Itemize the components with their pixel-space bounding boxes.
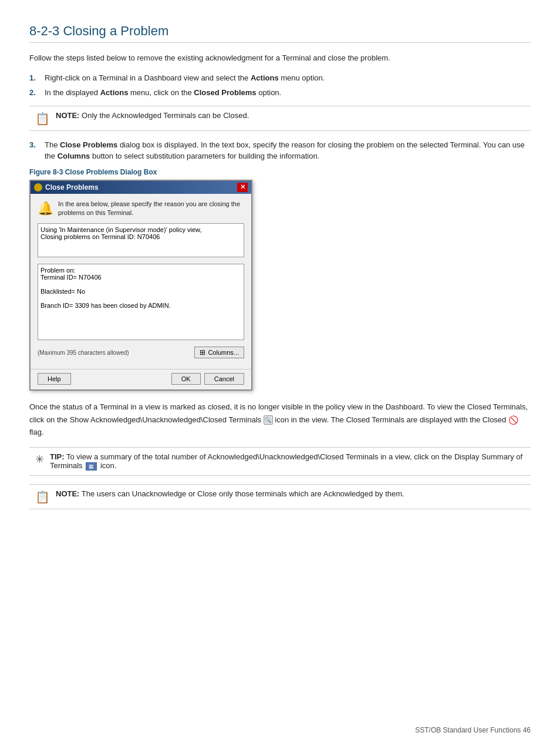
dialog-title-icon — [34, 183, 42, 191]
dialog-body: 🔔 In the area below, please specify the … — [31, 194, 251, 369]
dialog-textarea-bottom[interactable]: Problem on: Terminal ID= N70406 Blacklis… — [38, 264, 244, 340]
dialog-textarea-top[interactable]: Using 'In Maintenance (in Supervisor mod… — [38, 223, 244, 257]
note-box-1: 📋 NOTE: Only the Acknowledged Terminals … — [29, 106, 531, 131]
note-2-text: NOTE: The users can Unacknowledge or Clo… — [56, 489, 404, 498]
cancel-button[interactable]: Cancel — [204, 373, 244, 385]
close-problems-dialog: Close Problems ✕ 🔔 In the area below, pl… — [29, 180, 252, 391]
info-icon: 🔔 — [38, 201, 53, 216]
step-1-text: Right-click on a Terminal in a Dashboard… — [45, 72, 325, 84]
dialog-instruction-text: In the area below, please specify the re… — [58, 200, 244, 218]
section-title: 8-2-3 Closing a Problem — [29, 23, 531, 43]
dialog-titlebar: Close Problems ✕ — [31, 181, 251, 194]
help-button[interactable]: Help — [38, 373, 71, 385]
dialog-close-button[interactable]: ✕ — [237, 183, 248, 192]
columns-button[interactable]: ⊞ Columns... — [194, 347, 244, 358]
step-2: 2. In the displayed Actions menu, click … — [29, 87, 531, 99]
dialog-footer: Help OK Cancel — [31, 369, 251, 389]
dialog-titlebar-left: Close Problems — [34, 183, 99, 191]
show-acknowledged-icon: 🔍 — [264, 415, 273, 425]
char-limit-label: (Maximum 395 characters allowed) — [38, 350, 129, 356]
steps-list: 1. Right-click on a Terminal in a Dashbo… — [29, 72, 531, 99]
tip-icon: ✳ — [35, 453, 44, 466]
columns-btn-icon: ⊞ — [200, 348, 205, 357]
ok-button[interactable]: OK — [171, 373, 201, 385]
dialog-instruction: 🔔 In the area below, please specify the … — [38, 200, 244, 218]
step-1: 1. Right-click on a Terminal in a Dashbo… — [29, 72, 531, 84]
step-2-num: 2. — [29, 87, 39, 99]
tip-box: ✳ TIP: To view a summary of the total nu… — [29, 447, 531, 476]
note-icon-2: 📋 — [35, 490, 50, 504]
dialog-bottom-row: (Maximum 395 characters allowed) ⊞ Colum… — [38, 347, 244, 358]
intro-text: Follow the steps listed below to remove … — [29, 52, 531, 64]
note-icon-1: 📋 — [35, 112, 50, 126]
step-3-text: The Close Problems dialog box is display… — [45, 139, 531, 162]
columns-btn-label: Columns... — [208, 349, 239, 356]
note-1-text: NOTE: Only the Acknowledged Terminals ca… — [56, 111, 249, 120]
display-summary-icon: ▦ — [86, 462, 97, 471]
closed-flag-icon: 🚫 — [508, 414, 518, 426]
tip-text: TIP: To view a summary of the total numb… — [50, 452, 525, 471]
step-3-row: 3. The Close Problems dialog box is disp… — [29, 139, 531, 162]
step-1-num: 1. — [29, 72, 39, 84]
dialog-title-text: Close Problems — [45, 183, 99, 191]
step-3-num: 3. — [29, 139, 39, 162]
step-2-text: In the displayed Actions menu, click on … — [45, 87, 281, 99]
figure-label: Figure 8-3 Close Problems Dialog Box — [29, 168, 531, 176]
dialog-footer-right: OK Cancel — [171, 373, 244, 385]
dialog-wrapper: Close Problems ✕ 🔔 In the area below, pl… — [29, 180, 531, 391]
note-box-2: 📋 NOTE: The users can Unacknowledge or C… — [29, 484, 531, 509]
body-text: Once the status of a Terminal in a view … — [29, 401, 531, 439]
